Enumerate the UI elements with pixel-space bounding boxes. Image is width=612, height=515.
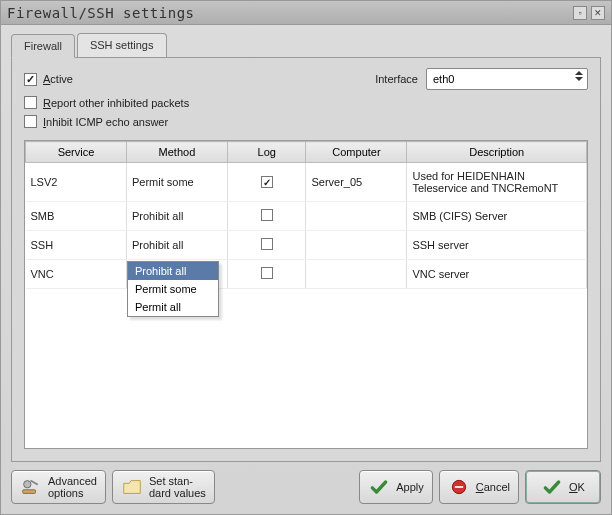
advanced-options-label: Advancedoptions [48,475,97,499]
svg-rect-4 [455,486,463,488]
button-bar: Advancedoptions Set stan-dard values App… [11,462,601,504]
active-label: Active [43,73,73,85]
header-log[interactable]: Log [227,142,306,163]
chevron-updown-icon [575,71,583,81]
cell-method[interactable]: Permit some [126,163,227,202]
cell-description: Used for HEIDENHAIN Teleservice and TNCR… [407,163,587,202]
table-row[interactable]: LSV2 Permit some Server_05 Used for HEID… [26,163,587,202]
cell-computer[interactable] [306,260,407,289]
tab-panel: Active Interface eth0 Report other inhib… [11,57,601,462]
svg-rect-0 [23,490,36,494]
window: Firewall/SSH settings ▫ ✕ Firewall SSH s… [0,0,612,515]
log-checkbox[interactable] [261,238,273,250]
ok-button[interactable]: OK [525,470,601,504]
apply-label: Apply [396,481,424,493]
cell-description: VNC server [407,260,587,289]
cell-method[interactable]: Prohibit all [126,202,227,231]
report-label: Report other inhibited packets [43,97,189,109]
log-checkbox[interactable] [261,209,273,221]
cell-service: SMB [26,202,127,231]
cell-description: SSH server [407,231,587,260]
set-standard-values-button[interactable]: Set stan-dard values [112,470,215,504]
gear-wrench-icon [20,476,42,498]
cell-log [227,202,306,231]
cell-log [227,260,306,289]
header-description[interactable]: Description [407,142,587,163]
services-table-wrap: Service Method Log Computer Description … [24,140,588,449]
spacer [221,470,353,504]
check-icon [368,476,390,498]
dropdown-option[interactable]: Prohibit all [128,262,218,280]
svg-point-1 [24,480,31,487]
table-row[interactable]: SMB Prohibit all SMB (CIFS) Server [26,202,587,231]
dropdown-option[interactable]: Permit all [128,298,218,316]
interface-combo[interactable]: eth0 [426,68,588,90]
cell-log [227,231,306,260]
cell-service: VNC [26,260,127,289]
inhibit-label: Inhibit ICMP echo answer [43,116,168,128]
restore-button[interactable]: ▫ [573,6,587,20]
interface-row: Interface eth0 [375,68,588,90]
active-check-row: Active [24,73,73,86]
tab-ssh-settings[interactable]: SSH settings [77,33,167,57]
cancel-label: Cancel [476,481,510,493]
log-checkbox[interactable] [261,267,273,279]
header-service[interactable]: Service [26,142,127,163]
cell-description: SMB (CIFS) Server [407,202,587,231]
active-checkbox[interactable] [24,73,37,86]
table-row[interactable]: SSH Prohibit all SSH server [26,231,587,260]
ok-label: OK [569,481,585,493]
log-checkbox[interactable] [261,176,273,188]
set-standard-values-label: Set stan-dard values [149,475,206,499]
top-row: Active Interface eth0 [24,68,588,90]
services-table: Service Method Log Computer Description … [25,141,587,289]
cell-computer[interactable] [306,231,407,260]
apply-button[interactable]: Apply [359,470,433,504]
header-computer[interactable]: Computer [306,142,407,163]
cell-method[interactable]: Prohibit all [126,231,227,260]
ok-check-icon [541,476,563,498]
window-title: Firewall/SSH settings [7,5,569,21]
cell-computer[interactable]: Server_05 [306,163,407,202]
titlebar: Firewall/SSH settings ▫ ✕ [1,1,611,25]
header-method[interactable]: Method [126,142,227,163]
cell-computer[interactable] [306,202,407,231]
folder-icon [121,476,143,498]
inhibit-checkbox[interactable] [24,115,37,128]
close-button[interactable]: ✕ [591,6,605,20]
inhibit-check-row: Inhibit ICMP echo answer [24,115,588,128]
report-check-row: Report other inhibited packets [24,96,588,109]
dropdown-option[interactable]: Permit some [128,280,218,298]
content: Firewall SSH settings Active Interface e… [1,25,611,514]
cancel-button[interactable]: Cancel [439,470,519,504]
tab-row: Firewall SSH settings [11,33,601,57]
cell-log [227,163,306,202]
method-dropdown[interactable]: Prohibit all Permit some Permit all [127,261,219,317]
cell-service: LSV2 [26,163,127,202]
tab-firewall[interactable]: Firewall [11,34,75,58]
report-checkbox[interactable] [24,96,37,109]
stop-icon [448,476,470,498]
interface-label: Interface [375,73,418,85]
advanced-options-button[interactable]: Advancedoptions [11,470,106,504]
interface-value: eth0 [433,73,454,85]
table-row[interactable]: VNC VNC server [26,260,587,289]
cell-service: SSH [26,231,127,260]
